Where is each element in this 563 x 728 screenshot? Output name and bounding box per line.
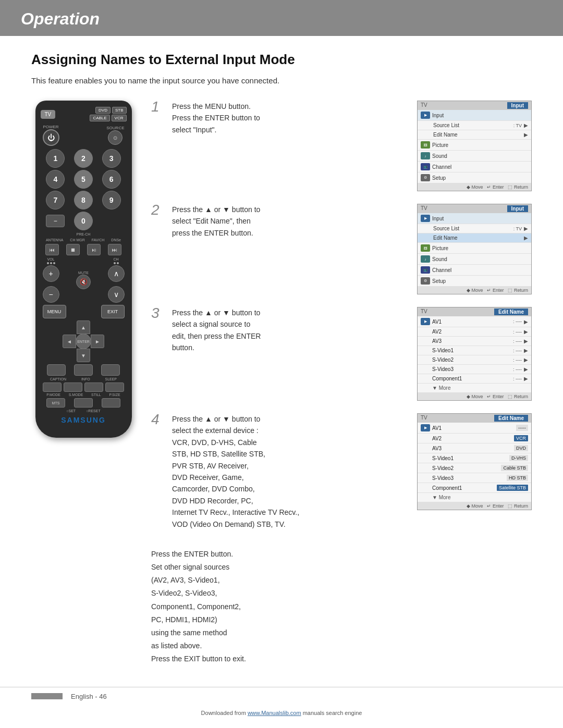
btn-info[interactable]: [74, 364, 93, 376]
ch-section: CH ∧ ∨: [108, 257, 125, 303]
step-1-number: 1: [151, 98, 164, 115]
vol-section: VOL + −: [43, 257, 59, 303]
btn-caption[interactable]: [47, 364, 66, 376]
btn-7[interactable]: 7: [46, 191, 65, 209]
menu-label-1: Input: [507, 102, 528, 109]
input-icon-3: ▶: [421, 318, 430, 325]
dpad-right[interactable]: ►: [91, 335, 104, 348]
menu-label-4: Edit Name: [494, 415, 528, 422]
tv-menu-edit-name-2: Edit Name ▶: [418, 233, 531, 243]
intro-text: This feature enables you to name the inp…: [31, 76, 532, 85]
dpad-up[interactable]: ▲: [77, 320, 90, 334]
tv-menu-setup: ⚙ Setup: [418, 172, 531, 183]
tv-menu-source-list-2: Source List : TV ▶: [418, 224, 531, 233]
reset-label: ○RESET: [86, 409, 101, 413]
power-button[interactable]: ⏻: [43, 129, 59, 146]
tv-menu-items-3: ▶ AV1 : ---- ▶ AV2 : ---- ▶: [418, 316, 531, 393]
input-icon-2: ▶: [421, 215, 430, 222]
btn-5[interactable]: 5: [74, 170, 93, 189]
dpad-down[interactable]: ▼: [77, 349, 90, 362]
tv-label-2: TV: [421, 205, 427, 212]
source-button[interactable]: ⊙: [108, 130, 123, 145]
step-2: 2 Press the ▲ or ▼ button toselect "Edit…: [151, 204, 532, 294]
dpad-left[interactable]: ◄: [63, 335, 76, 348]
dpad-enter[interactable]: ENTER: [76, 334, 91, 349]
btn-play[interactable]: ⏯: [87, 244, 101, 255]
menu-button[interactable]: MENU: [43, 305, 66, 318]
downloaded-prefix: Downloaded from: [201, 710, 248, 716]
btn-rew[interactable]: ⏮: [45, 244, 59, 255]
pre-ch-label: PRE-CH: [41, 232, 127, 236]
btn-vol-dn[interactable]: −: [43, 286, 59, 303]
tv4-av2: AV2 VCR: [418, 434, 531, 443]
btn-dvd[interactable]: DVD: [95, 107, 111, 114]
step-1-screen: TV Input ▶ Input Source List : TV ▶: [417, 101, 532, 191]
btn-ch-dn[interactable]: ∨: [108, 286, 125, 303]
btn-tv[interactable]: TV: [41, 110, 56, 119]
menu-label-3: Edit Name: [494, 309, 528, 315]
step-3-text: Press the ▲ or ▼ button toselect a signa…: [172, 307, 409, 354]
btn-blank2[interactable]: [102, 398, 120, 408]
btn-ch-up[interactable]: ∧: [108, 265, 125, 282]
mts-row: MTS: [42, 398, 125, 408]
btn-9[interactable]: 9: [102, 191, 121, 209]
sound-icon-2: ♪: [421, 255, 430, 263]
btn-6[interactable]: 6: [102, 170, 121, 189]
manualslib-link[interactable]: www.Manualslib.com: [248, 710, 301, 716]
btn-psize[interactable]: [105, 382, 124, 392]
btn-still[interactable]: [84, 382, 103, 392]
remote-control: TV DVD STB CABLE VCR: [35, 101, 132, 438]
mode-labels: P.MODE S.MODE STILL P.SIZE: [43, 393, 125, 397]
btn-stop[interactable]: ⏹: [66, 244, 80, 255]
btn-4[interactable]: 4: [46, 170, 65, 189]
section-title: Assigning Names to External Input Mode: [31, 52, 532, 68]
btn-mts[interactable]: MTS: [46, 398, 65, 408]
power-label: POWER: [43, 125, 58, 129]
tv4-comp1: Component1 Satellite STB: [418, 483, 531, 493]
btn-smode[interactable]: [64, 382, 82, 392]
btn-0[interactable]: 0: [74, 212, 93, 230]
tv-en-comp1: Component1 : ---- ▶: [418, 374, 531, 384]
remote-top-row: TV DVD STB CABLE VCR: [41, 107, 127, 121]
btn-sleep[interactable]: [101, 364, 120, 376]
tv-nav-bar-4: ◆ Move ↵ Enter ⬚ Return: [418, 502, 531, 510]
tv4-av1: ▶ AV1 -----: [418, 423, 531, 434]
menu-exit-row: MENU EXIT: [43, 305, 125, 318]
info-label: INFO: [81, 377, 90, 381]
bottom-labels: CAPTION INFO SLEEP: [43, 377, 125, 381]
btn-stb[interactable]: STB: [112, 107, 127, 114]
mute-section: MUTE 🔇: [76, 271, 91, 289]
tv-title-bar-2: TV Input: [418, 204, 531, 213]
top-right-buttons: DVD STB CABLE VCR: [90, 107, 126, 121]
btn-pmode[interactable]: [43, 382, 62, 392]
pmode-label: P.MODE: [46, 393, 60, 397]
tv-screen-4: TV Edit Name ▶ AV1 ----- AV2 VCR: [417, 413, 532, 510]
mute-button[interactable]: 🔇: [76, 275, 91, 289]
exit-button[interactable]: EXIT: [101, 305, 125, 318]
tv-label-1: TV: [421, 102, 427, 109]
vol-ch-area: VOL + − MUTE 🔇 CH ∧: [43, 257, 125, 303]
tv-label-4: TV: [421, 415, 427, 422]
btn-1[interactable]: 1: [46, 149, 65, 168]
btn-3[interactable]: 3: [102, 149, 121, 168]
btn-vol-up[interactable]: +: [43, 265, 59, 282]
tv4-more: ▼ More: [418, 493, 531, 502]
ch-label: CH: [113, 257, 118, 261]
tv-menu-sound: ♪ Sound: [418, 151, 531, 162]
tv-menu-items-2: ▶ Input Source List : TV ▶ Edit Name ▶: [418, 213, 531, 287]
tv-menu-edit-name: Edit Name ▶: [418, 130, 531, 140]
footer-bar: [31, 693, 63, 699]
tv4-svideo3: S-Video3 HD STB: [418, 473, 531, 483]
btn-8[interactable]: 8: [74, 191, 93, 209]
extra-steps: Press the ENTER button. Set other signal…: [151, 548, 532, 666]
btn-ff[interactable]: ⏭: [108, 244, 121, 255]
psize-label: P.SIZE: [109, 393, 120, 397]
favch-label: FAV/CH: [92, 238, 105, 242]
btn-2[interactable]: 2: [74, 149, 93, 168]
mode-row: [42, 382, 125, 392]
btn-cable[interactable]: CABLE: [90, 115, 109, 121]
downloaded-text: Downloaded from www.Manualslib.com manua…: [0, 706, 563, 720]
btn-vcr[interactable]: VCR: [112, 115, 127, 121]
btn-blank1[interactable]: [74, 398, 93, 408]
btn-dash[interactable]: −: [46, 215, 65, 227]
